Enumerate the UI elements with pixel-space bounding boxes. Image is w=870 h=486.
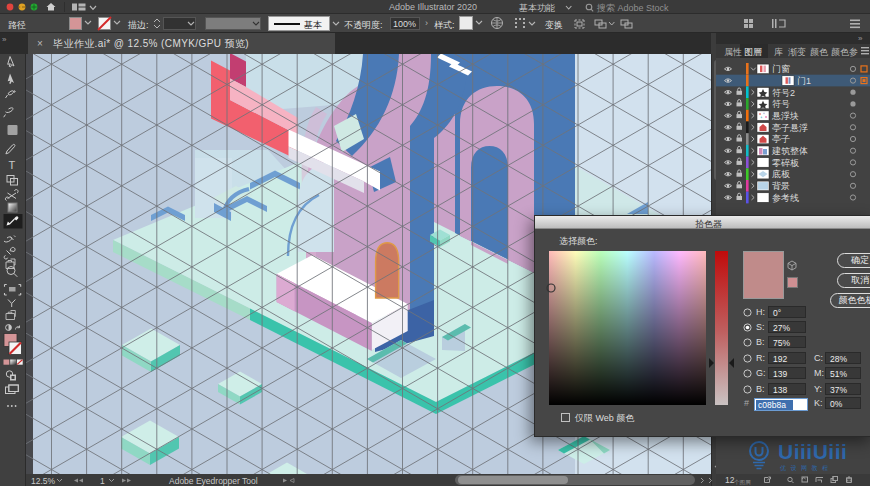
svg-text:门窗: 门窗 [772,64,790,74]
svg-text:门1: 门1 [797,76,811,86]
svg-text:参考线: 参考线 [772,193,799,203]
svg-text:优设网教程: 优设网教程 [780,464,833,472]
svg-text:渐变: 渐变 [788,47,806,57]
svg-text:UiiiUiii: UiiiUiii [778,440,847,463]
svg-text:符号2: 符号2 [772,88,795,98]
svg-text:悬浮块: 悬浮块 [771,111,799,121]
svg-text:亭子: 亭子 [772,134,790,144]
svg-text:符号: 符号 [772,99,790,109]
svg-text:库: 库 [774,47,783,57]
svg-text:图層: 图層 [744,47,762,57]
svg-text:个图層: 个图層 [734,479,751,486]
svg-text:底板: 底板 [772,169,790,179]
svg-text:背景: 背景 [772,181,790,191]
svg-text:建筑整体: 建筑整体 [771,146,808,156]
svg-text:零碎板: 零碎板 [772,158,799,168]
svg-text:亭子悬浮: 亭子悬浮 [772,123,808,133]
svg-text:属性: 属性 [724,47,742,57]
svg-text:颜色参: 颜色参 [831,47,858,57]
svg-text:T: T [9,159,16,171]
svg-text:颜色: 颜色 [810,47,829,57]
svg-text:»: » [858,34,863,43]
